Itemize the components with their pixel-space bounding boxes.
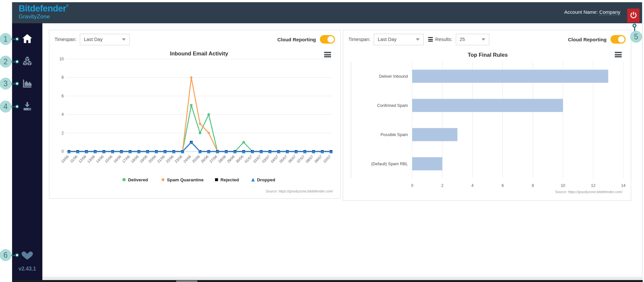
chart-source-text: Source: https://gravityzone.bitdefender.… bbox=[266, 189, 333, 193]
svg-text:Confirmed Spam: Confirmed Spam bbox=[377, 103, 408, 108]
cloud-reporting-toggle[interactable] bbox=[611, 35, 626, 44]
svg-text:22/06: 22/06 bbox=[165, 154, 174, 164]
account-name-link[interactable]: Company bbox=[599, 9, 620, 15]
svg-text:25/06: 25/06 bbox=[191, 154, 200, 164]
timespan-label: Timespan: bbox=[348, 37, 370, 42]
annotation-badge-4: 4 bbox=[0, 101, 11, 112]
svg-text:Dropped: Dropped bbox=[257, 177, 276, 182]
chevron-down-icon bbox=[416, 38, 420, 41]
bar bbox=[412, 157, 442, 171]
toggle-knob bbox=[618, 36, 625, 43]
svg-text:20/06: 20/06 bbox=[147, 154, 157, 164]
annotation-ring bbox=[15, 82, 19, 86]
svg-text:08/07: 08/07 bbox=[305, 154, 314, 164]
svg-text:Top Final Rules: Top Final Rules bbox=[468, 52, 508, 58]
horizontal-scrollbar[interactable] bbox=[12, 280, 643, 282]
svg-text:29/06: 29/06 bbox=[226, 154, 235, 164]
annotation-connector bbox=[11, 39, 15, 40]
svg-text:Inbound Email Activity: Inbound Email Activity bbox=[170, 50, 228, 56]
logout-button[interactable] bbox=[627, 9, 639, 23]
svg-text:8: 8 bbox=[61, 75, 64, 80]
svg-text:13/06: 13/06 bbox=[86, 154, 96, 164]
download-icon bbox=[22, 101, 33, 113]
svg-text:2: 2 bbox=[61, 131, 64, 135]
left-panel-header: Timespan: Last Day Cloud Reporting bbox=[49, 30, 340, 49]
inbound-email-activity-panel: Timespan: Last Day Cloud Reporting Inbou… bbox=[49, 30, 341, 199]
svg-text:16/06: 16/06 bbox=[113, 154, 122, 164]
heart-icon bbox=[20, 248, 34, 263]
annotation-badge-5: 5 bbox=[630, 31, 642, 43]
svg-text:17/06: 17/06 bbox=[122, 154, 131, 164]
home-icon bbox=[22, 34, 33, 45]
svg-text:19/06: 19/06 bbox=[139, 154, 148, 164]
annotation-badge-2: 2 bbox=[0, 56, 11, 68]
svg-text:05/07: 05/07 bbox=[278, 154, 288, 164]
svg-text:10/07: 10/07 bbox=[322, 154, 331, 164]
annotation-connector bbox=[11, 255, 15, 256]
brand-product-name: GravityZone bbox=[19, 14, 68, 19]
chart-source-text: Source: https://gravityzone.bitdefender.… bbox=[555, 190, 622, 194]
account-label: Account Name: bbox=[564, 9, 598, 15]
account-info: Account Name: Company bbox=[564, 9, 620, 15]
bar bbox=[412, 128, 457, 141]
annotation-badge-3: 3 bbox=[0, 78, 11, 90]
svg-text:10: 10 bbox=[561, 183, 566, 188]
right-panel-header: Timespan: Last Day Results: 25 Cloud Rep… bbox=[343, 30, 631, 49]
svg-text:12: 12 bbox=[591, 183, 595, 188]
inbound-email-chart: Inbound Email Activity024681010/0611/061… bbox=[49, 49, 340, 198]
annotation-ring bbox=[15, 37, 19, 41]
legend-item: Rejected bbox=[215, 177, 239, 182]
svg-text:28/06: 28/06 bbox=[217, 154, 227, 164]
svg-text:Spam Quarantine: Spam Quarantine bbox=[167, 177, 204, 182]
cloud-reporting-label: Cloud Reporting bbox=[278, 37, 316, 42]
power-icon bbox=[630, 11, 637, 20]
bar bbox=[412, 70, 608, 83]
svg-text:30/06: 30/06 bbox=[235, 154, 244, 164]
toggle-knob bbox=[327, 36, 334, 43]
annotation-ring bbox=[15, 60, 19, 64]
annotation-connector bbox=[11, 106, 15, 107]
svg-text:02/07: 02/07 bbox=[253, 154, 262, 164]
svg-text:4: 4 bbox=[61, 112, 64, 117]
svg-text:24/06: 24/06 bbox=[183, 154, 192, 164]
svg-text:(Default) Spam RBL: (Default) Spam RBL bbox=[371, 162, 408, 166]
svg-text:14/06: 14/06 bbox=[95, 154, 104, 164]
annotation-ring bbox=[633, 24, 636, 28]
brand-logo[interactable]: Bitdefender® GravityZone bbox=[19, 4, 68, 19]
svg-text:Rejected: Rejected bbox=[220, 177, 239, 182]
results-select[interactable]: 25 bbox=[456, 34, 489, 45]
gravityzone-dashboard: Bitdefender® GravityZone Account Name: C… bbox=[0, 0, 644, 282]
svg-text:23/06: 23/06 bbox=[174, 154, 183, 164]
legend-item: Spam Quarantine bbox=[161, 177, 204, 182]
annotation-connector bbox=[11, 83, 15, 84]
results-value: 25 bbox=[460, 37, 465, 42]
top-final-rules-chart: Top Final Rules02468101214Deliver Inboun… bbox=[343, 49, 631, 201]
annotation-ring bbox=[15, 253, 19, 257]
legend-item: Delivered bbox=[122, 177, 148, 182]
svg-text:14: 14 bbox=[621, 183, 626, 188]
chevron-down-icon bbox=[122, 38, 126, 41]
svg-text:10/06: 10/06 bbox=[60, 154, 69, 164]
svg-text:26/06: 26/06 bbox=[200, 154, 209, 164]
timespan-value: Last Day bbox=[378, 37, 396, 42]
timespan-select[interactable]: Last Day bbox=[374, 34, 424, 45]
annotation-connector bbox=[11, 61, 15, 62]
timespan-label: Timespan: bbox=[55, 37, 77, 42]
svg-text:6: 6 bbox=[501, 183, 504, 188]
svg-text:15/06: 15/06 bbox=[104, 154, 113, 164]
timespan-value: Last Day bbox=[84, 37, 102, 42]
annotation-ring bbox=[15, 105, 19, 109]
version-label: v2.43.1 bbox=[12, 266, 42, 272]
svg-text:04/07: 04/07 bbox=[270, 154, 279, 164]
svg-text:07/07: 07/07 bbox=[296, 154, 305, 164]
legend-item: Dropped bbox=[251, 177, 275, 182]
svg-text:10: 10 bbox=[59, 57, 64, 61]
svg-text:8: 8 bbox=[532, 183, 534, 188]
svg-text:27/06: 27/06 bbox=[209, 154, 218, 164]
cloud-reporting-toggle[interactable] bbox=[320, 35, 335, 44]
scrollbar-thumb[interactable] bbox=[176, 280, 197, 282]
svg-text:09/07: 09/07 bbox=[314, 154, 323, 164]
timespan-select[interactable]: Last Day bbox=[80, 34, 130, 45]
svg-text:Deliver Inbound: Deliver Inbound bbox=[379, 74, 408, 79]
cubes-icon bbox=[21, 56, 33, 68]
